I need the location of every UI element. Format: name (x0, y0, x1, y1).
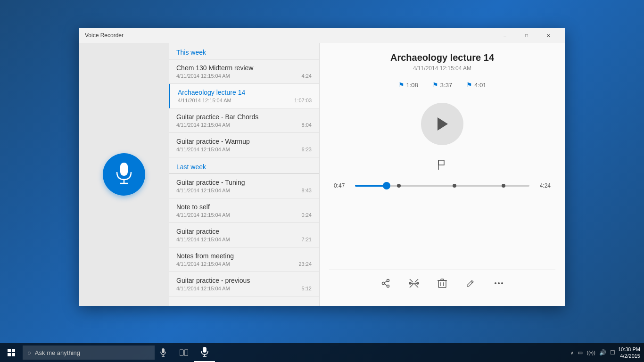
recording-item[interactable]: Guitar practice - Bar Chords 4/11/2014 1… (169, 108, 319, 133)
start-button[interactable] (0, 343, 23, 362)
play-btn-container (421, 103, 463, 145)
svg-point-6 (382, 282, 385, 285)
marker-time-2: 3:37 (440, 82, 452, 89)
svg-rect-25 (12, 349, 15, 352)
recordings-list[interactable]: This week Chem 130 Midterm review 4/11/2… (169, 43, 320, 306)
clock-date: 4/2/2015 (618, 353, 640, 359)
recording-meta: 4/11/2014 12:15:04 AM 8:04 (176, 122, 312, 128)
recording-duration: 5:12 (302, 286, 312, 291)
play-button[interactable] (421, 103, 463, 145)
marker-2[interactable]: ⚑ 3:37 (432, 81, 452, 89)
current-time: 0:47 (334, 182, 350, 189)
play-icon (436, 116, 449, 132)
chevron-up-icon[interactable]: ∧ (570, 350, 574, 355)
recording-item[interactable]: Guitar practice 4/11/2014 12:15:04 AM 7:… (169, 223, 319, 247)
recording-item[interactable]: Note to self 4/11/2014 12:15:04 AM 0:24 (169, 198, 319, 223)
recording-title-active: Archaeology lecture 14 (178, 89, 312, 96)
recording-item[interactable]: Guitar practice - Tuning 4/11/2014 12:15… (169, 174, 319, 198)
player-panel: Archaeology lecture 14 4/11/2014 12:15:0… (320, 43, 565, 306)
svg-line-7 (384, 281, 387, 283)
close-button[interactable]: ✕ (537, 28, 559, 43)
recording-duration: 6:23 (302, 147, 312, 152)
recording-date: 4/11/2014 12:15:04 AM (176, 147, 230, 152)
recording-date: 4/11/2014 12:15:04 AM (178, 98, 231, 103)
progress-marker-2 (453, 184, 456, 188)
svg-rect-31 (180, 350, 183, 355)
progress-thumb[interactable] (383, 182, 390, 189)
svg-rect-27 (12, 353, 15, 356)
flag-icon-3: ⚑ (466, 81, 472, 89)
taskbar-mic-button[interactable] (155, 343, 172, 362)
taskbar-app-voice-recorder[interactable] (194, 343, 215, 362)
more-icon (494, 282, 504, 285)
svg-point-5 (387, 285, 389, 288)
taskbar-clock[interactable]: 10:38 PM 4/2/2015 (618, 346, 640, 360)
more-button[interactable] (489, 274, 508, 293)
search-icon: ○ (27, 349, 31, 356)
marker-time-1: 1:08 (406, 82, 418, 89)
recording-duration: 4:24 (302, 73, 312, 79)
record-button[interactable] (103, 153, 145, 196)
recording-meta: 4/11/2014 12:15:04 AM 5:12 (176, 286, 312, 291)
recording-date: 4/11/2014 12:15:04 AM (176, 286, 230, 291)
notification-icon[interactable]: ☐ (610, 349, 615, 356)
recording-item-active[interactable]: Archaeology lecture 14 4/11/2014 12:15:0… (169, 84, 319, 108)
progress-marker-1 (397, 184, 401, 188)
recording-meta: 4/11/2014 12:15:04 AM 8:43 (176, 188, 312, 193)
share-button[interactable] (376, 274, 395, 293)
player-toolbar (329, 270, 555, 296)
taskbar-right: ∧ ▭ ((•)) 🔊 ☐ 10:38 PM 4/2/2015 (570, 346, 644, 360)
trim-button[interactable] (405, 274, 423, 293)
recording-date: 4/11/2014 12:15:04 AM (176, 73, 230, 79)
total-time: 4:24 (534, 182, 551, 189)
recording-item[interactable]: Notes from meeting 4/11/2014 12:15:04 AM… (169, 247, 319, 272)
progress-track[interactable] (355, 185, 529, 187)
recording-title: Chem 130 Midterm review (176, 64, 312, 72)
recording-duration: 8:43 (302, 188, 312, 193)
volume-icon[interactable]: 🔊 (599, 349, 606, 356)
recording-title: Guitar practice - previous (176, 277, 312, 284)
svg-point-4 (387, 280, 389, 282)
recording-date: 4/11/2014 12:15:04 AM (176, 237, 230, 242)
app-title: Voice Recorder (85, 32, 494, 39)
svg-marker-3 (438, 117, 448, 131)
taskbar-apps (173, 343, 215, 362)
markers-row: ⚑ 1:08 ⚑ 3:37 ⚑ 4:01 (398, 81, 487, 89)
trim-icon (409, 278, 419, 288)
clock-time: 10:38 PM (618, 346, 640, 353)
maximize-button[interactable]: □ (516, 28, 537, 43)
rename-button[interactable] (461, 274, 480, 293)
taskbar: ○ Ask me anything ∧ (0, 343, 644, 362)
section-last-week: Last week (169, 157, 319, 174)
taskbar-recorder-icon (201, 347, 208, 357)
app-window: Voice Recorder – □ ✕ (79, 28, 565, 306)
recording-duration: 8:04 (302, 122, 312, 128)
title-bar: Voice Recorder – □ ✕ (79, 28, 565, 43)
search-bar[interactable]: ○ Ask me anything (23, 346, 155, 360)
recording-date: 4/11/2014 12:15:04 AM (176, 212, 230, 218)
player-date: 4/11/2014 12:15:04 AM (413, 65, 471, 72)
recording-meta: 4/11/2014 12:15:04 AM 1:07:03 (178, 98, 312, 103)
record-panel (79, 43, 169, 306)
recording-duration: 7:21 (302, 237, 312, 242)
add-marker-button[interactable] (437, 159, 448, 173)
marker-1[interactable]: ⚑ 1:08 (398, 81, 418, 89)
marker-time-3: 4:01 (474, 82, 486, 89)
recording-item[interactable]: Chem 130 Midterm review 4/11/2014 12:15:… (169, 59, 319, 84)
delete-icon (438, 278, 447, 288)
section-this-week: This week (169, 43, 319, 59)
flag-add-icon (437, 159, 448, 171)
recording-meta: 4/11/2014 12:15:04 AM 0:24 (176, 212, 312, 218)
taskbar-system-icons: ∧ ▭ ((•)) 🔊 ☐ (570, 349, 615, 356)
network-icon[interactable]: ((•)) (586, 350, 595, 355)
rename-icon (466, 279, 475, 288)
delete-button[interactable] (433, 274, 452, 293)
minimize-button[interactable]: – (494, 28, 516, 43)
recording-date: 4/11/2014 12:15:04 AM (176, 122, 230, 128)
svg-rect-24 (8, 349, 11, 352)
recording-item[interactable]: Guitar practice - previous 4/11/2014 12:… (169, 272, 319, 296)
progress-fill (355, 185, 387, 187)
marker-3[interactable]: ⚑ 4:01 (466, 81, 486, 89)
recording-item[interactable]: Guitar practice - Warmup 4/11/2014 12:15… (169, 133, 319, 157)
taskbar-app-multitasking[interactable] (173, 343, 194, 362)
